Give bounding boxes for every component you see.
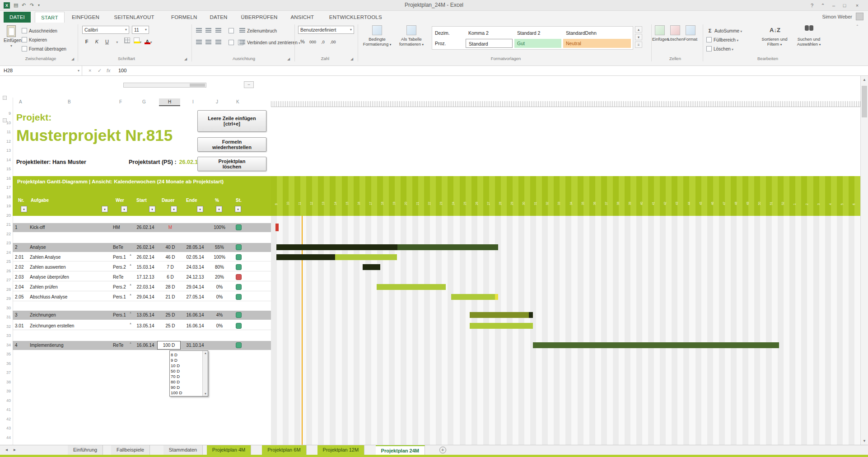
row-header-41[interactable]: 41 <box>0 407 11 412</box>
row-header-16[interactable]: 16 <box>0 176 11 181</box>
row-header-24[interactable]: 24 <box>0 250 11 255</box>
cancel-entry-icon[interactable]: × <box>89 66 91 75</box>
task-row-3[interactable]: 3ZeichnungenPers.113.05.1425 D16.06.144%… <box>13 311 271 320</box>
row-header-44[interactable]: 44 <box>0 435 11 440</box>
font-name-select[interactable]: Calibri▾ <box>82 26 129 34</box>
sheet-tab-einführung[interactable]: Einführung <box>68 445 103 455</box>
row-header-32[interactable]: 32 <box>0 324 11 329</box>
embedded-scrollbar[interactable] <box>123 83 206 88</box>
row-header-25[interactable]: 25 <box>0 259 11 264</box>
sheet-button-1[interactable]: Leere Zeile einfügen[ctrl+e] <box>197 110 266 132</box>
row-header-12[interactable]: 12 <box>0 139 11 144</box>
ribbon-options-button[interactable]: ⌃ <box>817 1 828 9</box>
font-color-button[interactable]: A▾ <box>145 38 152 45</box>
sheet-tab-projektplan-4m[interactable]: Projektplan 4M <box>207 445 251 455</box>
minimize-button[interactable]: – <box>828 1 839 9</box>
filter-dropdown-button[interactable]: ▾ <box>171 206 177 212</box>
align-top-icon[interactable] <box>196 28 202 33</box>
filter-dropdown-button[interactable]: ▾ <box>216 206 222 212</box>
underline-button[interactable]: U <box>103 38 111 45</box>
row-header-13[interactable]: 13 <box>0 148 11 153</box>
column-header-B[interactable]: B <box>68 99 71 104</box>
row-header-33[interactable]: 33 <box>0 333 11 338</box>
filter-dropdown-button[interactable]: ▾ <box>121 206 127 212</box>
scroll-step-button[interactable]: – <box>244 81 254 88</box>
italic-button[interactable]: K <box>93 38 100 45</box>
task-row-1[interactable]: 1Kick-offHM26.02.14M100% <box>13 223 271 232</box>
row-header-40[interactable]: 40 <box>0 398 11 403</box>
gallery-down-icon[interactable]: ▾ <box>635 34 642 40</box>
column-header-I[interactable]: I <box>192 99 194 104</box>
vertical-scrollbar[interactable]: ▲ ▼ <box>860 76 868 445</box>
column-header-A[interactable]: A <box>19 99 22 104</box>
row-header-23[interactable]: 23 <box>0 241 11 245</box>
ribbon-tab-überprüfen[interactable]: ÜBERPRÜFEN <box>235 12 283 23</box>
ribbon-tab-ansicht[interactable]: ANSICHT <box>285 12 320 23</box>
align-center-icon[interactable] <box>205 40 211 45</box>
ribbon-tab-start[interactable]: START <box>35 12 65 23</box>
filter-dropdown-button[interactable]: ▾ <box>102 206 108 212</box>
dropdown-item-70D[interactable]: 70 D <box>171 374 180 379</box>
row-header-17[interactable]: 17 <box>0 185 11 190</box>
alignment-dialog-launcher[interactable]: ◢ <box>287 57 292 61</box>
column-header-F[interactable]: F <box>119 99 122 104</box>
task-row-2.03[interactable]: 2.03Analyse überprüfenReTe17.12.136 D24.… <box>13 273 271 281</box>
dropdown-item-100D[interactable]: 100 D <box>171 390 182 395</box>
sheet-tab-stammdaten[interactable]: Stammdaten <box>163 445 203 455</box>
borders-button[interactable] <box>124 37 131 45</box>
row-header-9[interactable]: 9 <box>0 111 11 116</box>
task-row-2.04[interactable]: 2.04Zahlen prüfenPers.222.03.1428 D29.04… <box>13 283 271 291</box>
cell-style-Dezim.[interactable]: Dezim. <box>432 28 464 37</box>
sheet-tab-projektplan-24m[interactable]: Projektplan 24M <box>376 445 425 455</box>
row-header-36[interactable]: 36 <box>0 361 11 366</box>
merge-center-button[interactable]: Verbinden und zentrieren ▾ <box>239 38 300 46</box>
sheet-button-2[interactable]: Formelnwiederherstellen <box>197 137 266 152</box>
dropdown-item-80D[interactable]: 80 D <box>171 379 180 384</box>
task-row-2[interactable]: 2AnalyseBeTe26.02.1440 D28.05.1455% <box>13 243 271 252</box>
task-row-3.01[interactable]: 3.01Zeichnungen erstellen13.05.1425 D16.… <box>13 322 271 330</box>
filter-dropdown-button[interactable]: ▾ <box>235 206 241 212</box>
task-row-2.02[interactable]: 2.02Zahlen auswertenPers.215.03.147 D24.… <box>13 263 271 271</box>
new-sheet-button[interactable]: + <box>439 447 446 453</box>
autosum-button[interactable]: ΣAutoSumme ▾ <box>706 26 742 34</box>
vertical-scroll-thumb[interactable] <box>862 86 867 117</box>
increase-decimal-button[interactable]: ,0 <box>319 38 327 46</box>
decrease-decimal-button[interactable]: ,00 <box>329 38 336 46</box>
row-header-14[interactable]: 14 <box>0 158 11 162</box>
row-header-21[interactable]: 21 <box>0 222 11 227</box>
wrap-text-button[interactable]: Zeilenumbruch <box>239 26 277 34</box>
row-header-18[interactable]: 18 <box>0 195 11 199</box>
scroll-down-icon[interactable]: ▼ <box>861 439 868 443</box>
cell-style-Neutral[interactable]: Neutral <box>563 39 631 48</box>
row-header-39[interactable]: 39 <box>0 389 11 393</box>
percent-style-button[interactable]: % <box>299 38 306 45</box>
gallery-more-icon[interactable]: ≡ <box>635 42 642 48</box>
row-header-22[interactable]: 22 <box>0 232 11 236</box>
user-account[interactable]: Simon Weber <box>822 12 863 21</box>
row-header-43[interactable]: 43 <box>0 426 11 430</box>
dropdown-item-50D[interactable]: 50 D <box>171 368 180 373</box>
dropdown-scrollbar[interactable]: ▲ ▼ <box>202 351 208 396</box>
name-box[interactable]: H28▾ <box>0 66 82 75</box>
tab-scroll-left-icon[interactable]: ◂ <box>5 447 8 452</box>
dropdown-item-10D[interactable]: 10 D <box>171 363 180 368</box>
ribbon-tab-daten[interactable]: DATEN <box>204 12 233 23</box>
row-header-28[interactable]: 28 <box>0 287 11 292</box>
row-header-42[interactable]: 42 <box>0 417 11 421</box>
cell-style-Standard[interactable]: Standard <box>466 39 513 48</box>
outline-button[interactable] <box>3 96 7 100</box>
column-header-H[interactable]: H <box>159 98 180 106</box>
row-header-26[interactable]: 26 <box>0 269 11 273</box>
restore-button[interactable]: □ <box>839 1 850 9</box>
align-bottom-icon[interactable] <box>215 28 221 33</box>
ribbon-tab-formeln[interactable]: FORMELN <box>165 12 203 23</box>
fill-color-button[interactable]: ▾ <box>134 37 141 45</box>
row-header-30[interactable]: 30 <box>0 306 11 310</box>
scroll-up-icon[interactable]: ▲ <box>861 78 868 82</box>
task-row-4[interactable]: 4ImplementierungReTe16.06.1431.10.14▲ <box>13 341 271 350</box>
align-right-icon[interactable] <box>215 40 221 45</box>
column-header-G[interactable]: G <box>142 99 146 104</box>
number-format-select[interactable]: Benutzerdefiniert▾ <box>298 26 354 34</box>
filter-dropdown-button[interactable]: ▾ <box>149 206 155 212</box>
cell-style-Standard 2[interactable]: Standard 2 <box>514 28 561 37</box>
